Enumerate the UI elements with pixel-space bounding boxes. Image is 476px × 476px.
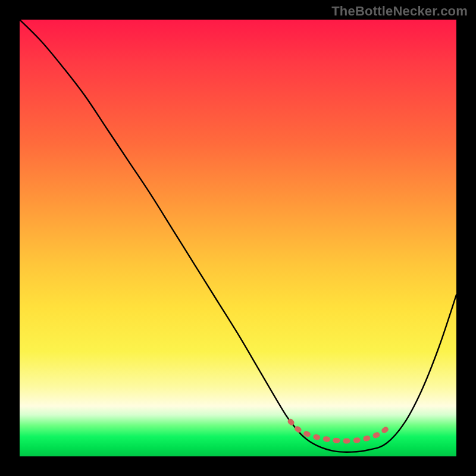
chart-frame: TheBottleNecker.com (0, 0, 476, 476)
plot-area (20, 20, 456, 456)
attribution-watermark: TheBottleNecker.com (331, 4, 468, 19)
bottleneck-curve (20, 20, 456, 452)
curve-overlay (20, 20, 456, 456)
